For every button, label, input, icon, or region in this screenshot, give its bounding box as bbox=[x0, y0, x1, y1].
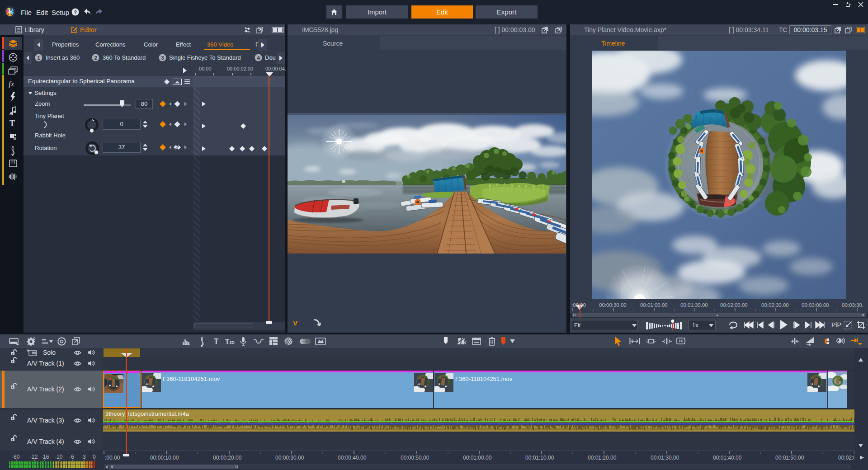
svg-text:4: 4 bbox=[257, 55, 260, 61]
svg-text:2: 2 bbox=[94, 55, 97, 61]
svg-text:?: ? bbox=[74, 9, 77, 15]
svg-text:1: 1 bbox=[37, 55, 40, 61]
svg-text:3: 3 bbox=[161, 55, 164, 61]
svg-text:3theory_letsgoinstrumental.m4a: 3theory_letsgoinstrumental.m4a bbox=[105, 410, 189, 417]
